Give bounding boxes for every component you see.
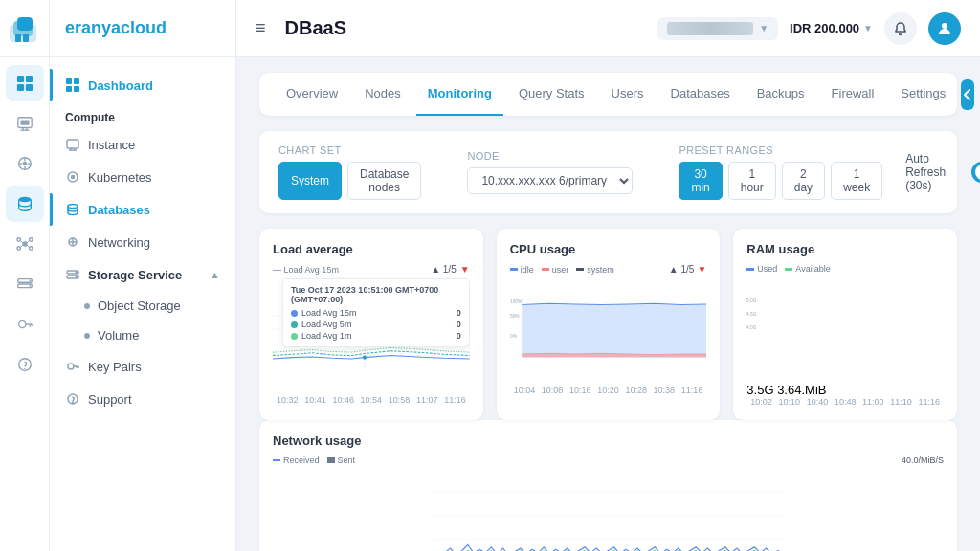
svg-line-27: [26, 240, 29, 243]
sidebar-item-compute[interactable]: Compute: [50, 101, 235, 128]
notification-bell-icon[interactable]: [884, 12, 917, 45]
chart-set-label: Chart set: [278, 144, 421, 156]
auto-refresh-group: Auto Refresh (30s): [905, 152, 980, 192]
auto-refresh-toggle[interactable]: [971, 162, 980, 183]
svg-rect-4: [23, 34, 29, 42]
hamburger-icon[interactable]: ≡: [256, 18, 266, 38]
storage-chevron-icon: ▲: [210, 269, 220, 280]
region-selector[interactable]: ▼: [657, 17, 778, 40]
svg-point-64: [942, 23, 947, 29]
svg-point-33: [29, 285, 31, 287]
range-1week-btn[interactable]: 1 week: [831, 162, 882, 200]
network-legend-received: Received: [273, 455, 320, 465]
svg-text:5.0G: 5.0G: [746, 298, 757, 303]
tab-overview[interactable]: Overview: [275, 73, 349, 116]
page-content: Overview Nodes Monitoring Query Stats Us…: [236, 57, 980, 551]
user-avatar[interactable]: [928, 12, 961, 45]
chart-set-buttons: System Database nodes: [278, 162, 421, 200]
database-nodes-btn[interactable]: Database nodes: [347, 162, 421, 200]
svg-rect-3: [15, 34, 21, 42]
ram-svg: 5.0G 4.5G 4.0G: [746, 277, 944, 383]
sidebar-item-kubernetes[interactable]: Kubernetes: [50, 161, 235, 193]
region-value: [667, 22, 753, 35]
sidebar-sub-item-object-storage[interactable]: Object Storage: [50, 291, 235, 320]
svg-point-70: [363, 356, 367, 360]
tab-settings[interactable]: Settings: [889, 73, 957, 116]
ram-legend-used: Used: [746, 264, 777, 274]
sidebar-item-key-pairs[interactable]: Key Pairs: [50, 350, 235, 383]
svg-rect-41: [74, 78, 79, 84]
object-storage-dot: [84, 303, 90, 309]
tab-backups[interactable]: Backups: [746, 73, 816, 116]
svg-point-39: [24, 368, 25, 369]
preset-range-buttons: 30 min 1 hour 2 day 1 week: [679, 162, 882, 200]
sidebar-sub-item-volume[interactable]: Volume: [50, 320, 235, 350]
tab-query-stats[interactable]: Query Stats: [507, 73, 596, 116]
node-select[interactable]: 10.xxx.xxx.xxx 6/primary: [467, 167, 633, 194]
network-legend-sent: Sent: [327, 455, 356, 465]
tab-databases[interactable]: Databases: [659, 73, 742, 116]
network-unit: 40.0/MiB/S: [902, 455, 944, 465]
preset-ranges-label: Preset ranges: [679, 144, 882, 156]
tooltip-dot-2: [291, 321, 298, 328]
cpu-title: CPU usage: [510, 242, 707, 256]
svg-rect-6: [25, 76, 32, 82]
tab-nodes[interactable]: Nodes: [353, 73, 412, 116]
nav-support-icon[interactable]: [6, 346, 44, 383]
svg-line-29: [26, 245, 29, 248]
nav-databases-icon[interactable]: [6, 186, 44, 222]
tooltip-dot-3: [291, 333, 298, 340]
nav-storage-icon[interactable]: [6, 266, 44, 302]
support-icon: [65, 391, 80, 407]
sidebar-nav: Dashboard Compute Instance Kubernetes Da…: [50, 57, 235, 551]
chart-set-group: Chart set System Database nodes: [278, 144, 421, 200]
sidebar-item-storage-service[interactable]: Storage Service ▲: [50, 258, 235, 291]
cpu-usage-card: CPU usage idle user system ▲ 1/5 ▼: [497, 229, 721, 420]
topbar-right: ▼ IDR 200.000 ▼: [657, 12, 961, 45]
range-2day-btn[interactable]: 2 day: [782, 162, 825, 200]
svg-line-26: [20, 240, 23, 243]
svg-point-20: [18, 197, 31, 202]
balance-display[interactable]: IDR 200.000 ▼: [790, 21, 873, 35]
cpu-area: idle user system ▲ 1/5 ▼ 100%: [510, 264, 707, 407]
cpu-time-axis: 10:04 10:08 10:16 10:20 10:28 10:38 11:1…: [510, 386, 707, 395]
svg-point-25: [29, 247, 33, 251]
nav-compute-icon[interactable]: [6, 105, 44, 142]
sidebar-item-databases[interactable]: Databases: [50, 193, 235, 226]
volume-dot: [84, 333, 90, 339]
sidebar-item-networking[interactable]: Networking: [50, 226, 235, 258]
ram-time-axis: 10:02 10:10 10:40 10:48 11:00 11:10 11:1…: [746, 397, 944, 407]
tab-monitoring[interactable]: Monitoring: [416, 73, 503, 116]
system-btn[interactable]: System: [278, 162, 342, 200]
sidebar-item-support[interactable]: Support: [50, 383, 235, 415]
nav-keypairs-icon[interactable]: [6, 306, 44, 342]
network-usage-card: Network usage Received Sent 40.0/MiB/S: [259, 420, 957, 551]
range-1hour-btn[interactable]: 1 hour: [728, 162, 776, 200]
back-button[interactable]: [961, 79, 974, 110]
tab-users[interactable]: Users: [600, 73, 656, 116]
tooltip-time: Tue Oct 17 2023 10:51:00 GMT+0700 (GMT+0…: [291, 285, 461, 304]
ram-title: RAM usage: [746, 242, 944, 256]
nav-networking-icon[interactable]: [6, 226, 44, 262]
balance-chevron-icon: ▼: [863, 23, 873, 33]
topbar: ≡ DBaaS ▼ IDR 200.000 ▼: [236, 0, 980, 57]
sidebar-item-dashboard[interactable]: Dashboard: [50, 69, 235, 101]
network-chart-body: [273, 469, 944, 551]
tab-firewall[interactable]: Firewall: [820, 73, 886, 116]
nav-kubernetes-icon[interactable]: [6, 145, 44, 182]
icon-nav: [0, 57, 49, 383]
region-chevron-icon: ▼: [759, 23, 768, 33]
range-30min-btn[interactable]: 30 min: [679, 162, 722, 200]
ram-area: Used Available 5.0G 4.5G 4.0G 3.5G 3.64.…: [746, 264, 944, 395]
tooltip-row-1: Load Avg 15m 0: [291, 308, 461, 318]
content-area: ≡ DBaaS ▼ IDR 200.000 ▼ Overview Nodes M…: [236, 0, 980, 551]
cpu-indicators: ▲ 1/5 ▼: [669, 264, 706, 275]
load-avg-down-indicator: ▼: [460, 264, 470, 275]
svg-rect-8: [25, 84, 32, 91]
nav-dashboard-icon[interactable]: [6, 65, 44, 101]
sidebar-item-instance[interactable]: Instance: [50, 128, 235, 161]
tooltip-row-3: Load Avg 1m 0: [291, 331, 461, 341]
svg-line-28: [20, 245, 23, 248]
load-average-card: Load average — Load Avg 15m ▲ 1/5 ▼: [259, 229, 483, 420]
svg-rect-7: [16, 84, 23, 91]
